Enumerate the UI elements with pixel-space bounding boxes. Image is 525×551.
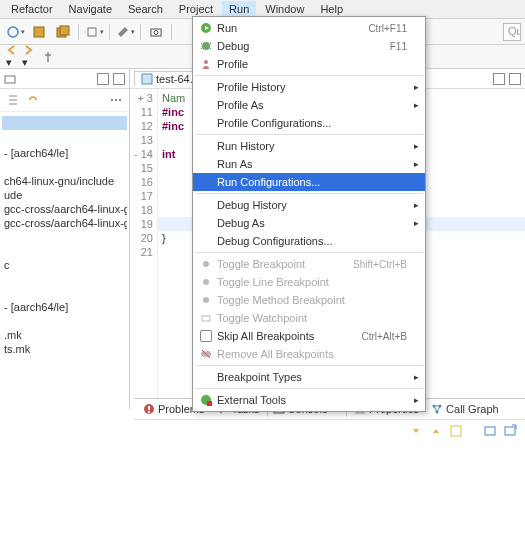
tree-item[interactable]: ts.mk (2, 342, 127, 356)
svg-point-10 (119, 99, 121, 101)
camera-button[interactable] (145, 22, 167, 42)
svg-rect-1 (34, 27, 44, 37)
svg-point-17 (203, 297, 209, 303)
menu-item-profile-as[interactable]: Profile As▸ (193, 96, 425, 114)
menu-item-run-configurations-[interactable]: Run Configurations... (193, 173, 425, 191)
tree-item[interactable]: gcc-cross/aarch64-linux-gnu (2, 216, 127, 230)
tree-item[interactable] (2, 286, 127, 300)
submenu-arrow-icon: ▸ (414, 395, 419, 405)
svg-rect-22 (207, 401, 212, 406)
tree-item[interactable] (2, 272, 127, 286)
tree-item[interactable]: - [aarch64/le] (2, 146, 127, 160)
menu-window[interactable]: Window (258, 1, 311, 17)
submenu-arrow-icon: ▸ (414, 82, 419, 92)
explorer-tab-icon[interactable] (4, 73, 16, 85)
submenu-arrow-icon: ▸ (414, 100, 419, 110)
view-menu-icon[interactable] (109, 93, 123, 107)
menu-item-accel: Ctrl+Alt+B (361, 331, 407, 342)
menu-item-label: Toggle Watchpoint (215, 312, 407, 324)
menu-item-debug-history[interactable]: Debug History▸ (193, 196, 425, 214)
menu-item-toggle-watchpoint: Toggle Watchpoint (193, 309, 425, 327)
menu-item-run[interactable]: RunCtrl+F11 (193, 19, 425, 37)
menu-item-run-history[interactable]: Run History▸ (193, 137, 425, 155)
debug-bug-icon (197, 40, 215, 52)
svg-rect-31 (451, 426, 461, 436)
dot-icon (197, 258, 215, 270)
tree-item[interactable] (2, 244, 127, 258)
menu-item-external-tools[interactable]: External Tools▸ (193, 391, 425, 409)
tree-item[interactable] (2, 160, 127, 174)
menu-navigate[interactable]: Navigate (62, 1, 119, 17)
menu-item-label: Profile As (215, 99, 407, 111)
menu-item-label: Toggle Method Breakpoint (215, 294, 407, 306)
menu-item-skip-all-breakpoints[interactable]: Skip All BreakpointsCtrl+Alt+B (193, 327, 425, 345)
svg-point-13 (202, 42, 210, 50)
menu-item-run-as[interactable]: Run As▸ (193, 155, 425, 173)
tree-item[interactable]: .mk (2, 328, 127, 342)
menu-item-profile-configurations-[interactable]: Profile Configurations... (193, 114, 425, 132)
display-console-icon[interactable] (483, 424, 497, 438)
menu-item-debug[interactable]: DebugF11 (193, 37, 425, 55)
remove-bp-icon (197, 348, 215, 360)
editor-gutter: + 3 11 12 13- 14 15 16 17 18 19 20 21 (130, 89, 158, 409)
svg-rect-3 (60, 26, 69, 35)
menu-item-debug-configurations-[interactable]: Debug Configurations... (193, 232, 425, 250)
save-button[interactable] (28, 22, 50, 42)
menu-item-label: Run (215, 22, 368, 34)
menu-item-breakpoint-types[interactable]: Breakpoint Types▸ (193, 368, 425, 386)
new-button[interactable]: ▾ (4, 22, 26, 42)
collapse-all-icon[interactable] (6, 93, 20, 107)
minimize-icon[interactable] (97, 73, 109, 85)
menu-item-remove-all-breakpoints: Remove All Breakpoints (193, 345, 425, 363)
menu-refactor[interactable]: Refactor (4, 1, 60, 17)
svg-rect-11 (142, 74, 152, 84)
dot-icon (197, 276, 215, 288)
hammer-button[interactable]: ▾ (114, 22, 136, 42)
tree-item[interactable] (2, 230, 127, 244)
tree-item[interactable]: ude (2, 188, 127, 202)
dot-icon (197, 294, 215, 306)
svg-rect-4 (88, 28, 96, 36)
menu-item-label: Debug As (215, 217, 407, 229)
tree-item[interactable]: - [aarch64/le] (2, 300, 127, 314)
menu-item-profile[interactable]: Profile (193, 55, 425, 73)
run-green-icon (197, 22, 215, 34)
menu-item-label: Debug Configurations... (215, 235, 407, 247)
tree-item[interactable] (2, 314, 127, 328)
quick-access-input[interactable]: Qui (503, 23, 521, 41)
view-tab-call-graph[interactable]: Call Graph (426, 402, 504, 416)
link-editor-icon[interactable] (26, 93, 40, 107)
pin-console-icon[interactable] (449, 424, 463, 438)
menu-item-profile-history[interactable]: Profile History▸ (193, 78, 425, 96)
pin-button[interactable] (42, 51, 54, 63)
forward-button[interactable]: ▾ (22, 44, 34, 69)
tree-item[interactable]: c (2, 258, 127, 272)
menu-search[interactable]: Search (121, 1, 170, 17)
menu-help[interactable]: Help (313, 1, 350, 17)
open-console-icon[interactable] (503, 424, 517, 438)
tree-item[interactable] (2, 116, 127, 130)
menu-run[interactable]: Run (222, 1, 256, 17)
maximize-icon[interactable] (113, 73, 125, 85)
tree-item[interactable]: gcc-cross/aarch64-linux-gnu (2, 202, 127, 216)
menu-item-label: Profile (215, 58, 407, 70)
editor-minimize-icon[interactable] (493, 73, 505, 85)
save-all-button[interactable] (52, 22, 74, 42)
tree-item[interactable] (2, 132, 127, 146)
editor-maximize-icon[interactable] (509, 73, 521, 85)
tree-item[interactable]: ch64-linux-gnu/include (2, 174, 127, 188)
scroll-up-icon[interactable] (429, 424, 443, 438)
explorer-tree[interactable]: - [aarch64/le] ch64-linux-gnu/includeude… (0, 112, 129, 360)
menu-item-toggle-method-breakpoint: Toggle Method Breakpoint (193, 291, 425, 309)
build-button[interactable]: ▾ (83, 22, 105, 42)
scroll-down-icon[interactable] (409, 424, 423, 438)
svg-rect-18 (202, 316, 210, 321)
submenu-arrow-icon: ▸ (414, 200, 419, 210)
menu-item-label: Run As (215, 158, 407, 170)
menu-item-debug-as[interactable]: Debug As▸ (193, 214, 425, 232)
menu-item-toggle-breakpoint: Toggle BreakpointShift+Ctrl+B (193, 255, 425, 273)
back-button[interactable]: ▾ (6, 44, 18, 69)
menu-project[interactable]: Project (172, 1, 220, 17)
menu-item-toggle-line-breakpoint: Toggle Line Breakpoint (193, 273, 425, 291)
svg-point-0 (8, 27, 18, 37)
